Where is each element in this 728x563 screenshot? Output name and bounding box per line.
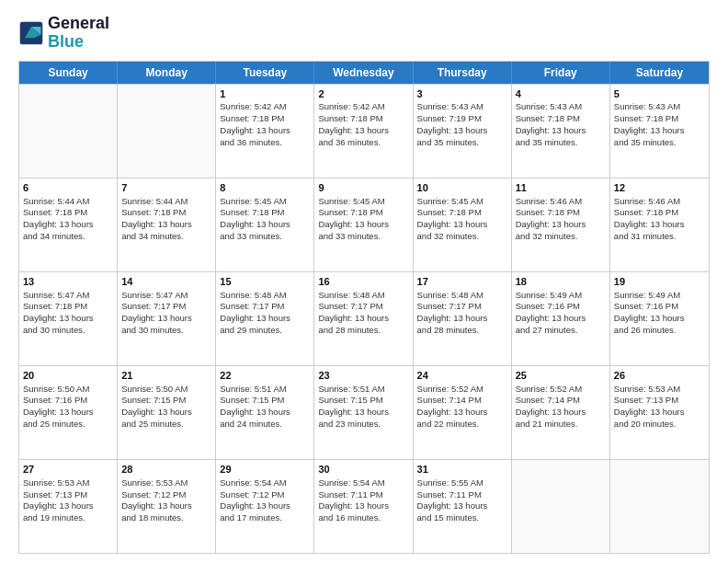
day-cell-5: 5Sunrise: 5:43 AMSunset: 7:18 PMDaylight… — [610, 85, 709, 178]
day-cell-8: 8Sunrise: 5:45 AMSunset: 7:18 PMDaylight… — [216, 178, 314, 271]
day-info-line: and 35 minutes. — [417, 137, 507, 149]
day-cell-6: 6Sunrise: 5:44 AMSunset: 7:18 PMDaylight… — [19, 178, 118, 271]
day-cell-16: 16Sunrise: 5:48 AMSunset: 7:17 PMDayligh… — [314, 272, 413, 365]
day-info-line: Sunrise: 5:47 AM — [23, 290, 113, 302]
day-info-line: and 33 minutes. — [220, 231, 310, 243]
day-number: 2 — [318, 87, 408, 101]
day-cell-18: 18Sunrise: 5:49 AMSunset: 7:16 PMDayligh… — [512, 272, 610, 365]
day-cell-7: 7Sunrise: 5:44 AMSunset: 7:18 PMDaylight… — [118, 178, 216, 271]
day-info-line: Sunset: 7:17 PM — [220, 301, 310, 313]
day-info-line: Sunset: 7:18 PM — [318, 207, 408, 219]
empty-cell — [610, 460, 709, 553]
week-row-3: 13Sunrise: 5:47 AMSunset: 7:18 PMDayligh… — [19, 271, 709, 365]
day-info-line: Sunrise: 5:50 AM — [121, 384, 211, 396]
day-number: 16 — [318, 275, 408, 289]
day-info-line: Sunrise: 5:43 AM — [516, 101, 606, 113]
day-info-line: Sunset: 7:13 PM — [614, 395, 705, 407]
day-header-sunday: Sunday — [19, 62, 118, 84]
week-row-2: 6Sunrise: 5:44 AMSunset: 7:18 PMDaylight… — [19, 178, 709, 271]
day-info-line: Sunrise: 5:44 AM — [23, 196, 113, 208]
day-info-line: Sunrise: 5:48 AM — [417, 290, 507, 302]
day-info-line: Daylight: 13 hours — [614, 313, 705, 325]
day-info-line: Sunrise: 5:46 AM — [516, 196, 606, 208]
day-info-line: Daylight: 13 hours — [23, 407, 113, 419]
day-info-line: Sunset: 7:17 PM — [121, 301, 211, 313]
day-info-line: Sunrise: 5:53 AM — [614, 384, 705, 396]
day-info-line: Sunset: 7:11 PM — [417, 489, 507, 501]
empty-cell — [512, 460, 610, 553]
day-number: 25 — [516, 369, 606, 383]
day-info-line: Sunset: 7:16 PM — [23, 395, 113, 407]
day-info-line: and 32 minutes. — [417, 231, 507, 243]
day-info-line: Sunrise: 5:47 AM — [121, 290, 211, 302]
day-info-line: Daylight: 13 hours — [220, 500, 310, 512]
day-info-line: Sunset: 7:17 PM — [417, 301, 507, 313]
day-number: 17 — [417, 275, 507, 289]
day-info-line: and 29 minutes. — [220, 325, 310, 337]
day-info-line: Sunset: 7:12 PM — [220, 489, 310, 501]
empty-cell — [19, 85, 118, 178]
day-cell-2: 2Sunrise: 5:42 AMSunset: 7:18 PMDaylight… — [314, 85, 413, 178]
day-info-line: Daylight: 13 hours — [614, 125, 705, 137]
day-info-line: Daylight: 13 hours — [220, 125, 310, 137]
day-number: 31 — [417, 463, 507, 477]
day-number: 24 — [417, 369, 507, 383]
day-info-line: Sunrise: 5:43 AM — [614, 101, 705, 113]
day-number: 9 — [318, 181, 408, 195]
day-info-line: Sunset: 7:18 PM — [220, 207, 310, 219]
day-info-line: Sunset: 7:12 PM — [121, 489, 211, 501]
day-info-line: and 17 minutes. — [220, 512, 310, 524]
empty-cell — [118, 85, 216, 178]
logo-icon — [18, 20, 44, 46]
day-info-line: and 18 minutes. — [121, 512, 211, 524]
day-info-line: and 27 minutes. — [516, 325, 606, 337]
day-info-line: and 30 minutes. — [121, 325, 211, 337]
day-info-line: and 19 minutes. — [23, 512, 113, 524]
day-info-line: Sunrise: 5:54 AM — [220, 477, 310, 489]
day-header-tuesday: Tuesday — [216, 62, 314, 84]
calendar-header: SundayMondayTuesdayWednesdayThursdayFrid… — [19, 62, 709, 84]
day-number: 12 — [614, 181, 705, 195]
day-info-line: Sunset: 7:18 PM — [220, 113, 310, 125]
day-number: 22 — [220, 369, 310, 383]
day-info-line: Daylight: 13 hours — [121, 219, 211, 231]
day-info-line: Sunset: 7:18 PM — [23, 207, 113, 219]
day-info-line: Sunrise: 5:43 AM — [417, 101, 507, 113]
day-info-line: Daylight: 13 hours — [318, 407, 408, 419]
day-info-line: Sunrise: 5:46 AM — [614, 196, 705, 208]
day-info-line: Sunset: 7:16 PM — [516, 301, 606, 313]
day-cell-26: 26Sunrise: 5:53 AMSunset: 7:13 PMDayligh… — [610, 366, 709, 459]
day-cell-21: 21Sunrise: 5:50 AMSunset: 7:15 PMDayligh… — [118, 366, 216, 459]
day-header-saturday: Saturday — [610, 62, 709, 84]
day-info-line: Daylight: 13 hours — [516, 125, 606, 137]
day-info-line: and 20 minutes. — [614, 419, 705, 431]
day-cell-15: 15Sunrise: 5:48 AMSunset: 7:17 PMDayligh… — [216, 272, 314, 365]
day-number: 10 — [417, 181, 507, 195]
day-info-line: Daylight: 13 hours — [318, 219, 408, 231]
day-info-line: Daylight: 13 hours — [417, 219, 507, 231]
day-header-thursday: Thursday — [414, 62, 512, 84]
day-number: 8 — [220, 181, 310, 195]
day-info-line: Sunrise: 5:49 AM — [516, 290, 606, 302]
day-info-line: Sunset: 7:16 PM — [614, 301, 705, 313]
day-info-line: Sunset: 7:14 PM — [516, 395, 606, 407]
day-cell-19: 19Sunrise: 5:49 AMSunset: 7:16 PMDayligh… — [610, 272, 709, 365]
day-cell-3: 3Sunrise: 5:43 AMSunset: 7:19 PMDaylight… — [414, 85, 512, 178]
day-info-line: and 33 minutes. — [318, 231, 408, 243]
day-number: 14 — [121, 275, 211, 289]
day-info-line: Daylight: 13 hours — [417, 125, 507, 137]
day-number: 3 — [417, 87, 507, 101]
day-number: 1 — [220, 87, 310, 101]
day-info-line: Daylight: 13 hours — [121, 313, 211, 325]
day-info-line: Sunrise: 5:44 AM — [121, 196, 211, 208]
day-info-line: and 30 minutes. — [23, 325, 113, 337]
day-cell-23: 23Sunrise: 5:51 AMSunset: 7:15 PMDayligh… — [314, 366, 413, 459]
day-info-line: Daylight: 13 hours — [516, 313, 606, 325]
day-info-line: Sunset: 7:15 PM — [220, 395, 310, 407]
day-cell-30: 30Sunrise: 5:54 AMSunset: 7:11 PMDayligh… — [314, 460, 413, 553]
day-info-line: Sunrise: 5:48 AM — [318, 290, 408, 302]
day-number: 21 — [121, 369, 211, 383]
day-number: 30 — [318, 463, 408, 477]
day-number: 7 — [121, 181, 211, 195]
day-info-line: Sunset: 7:19 PM — [417, 113, 507, 125]
